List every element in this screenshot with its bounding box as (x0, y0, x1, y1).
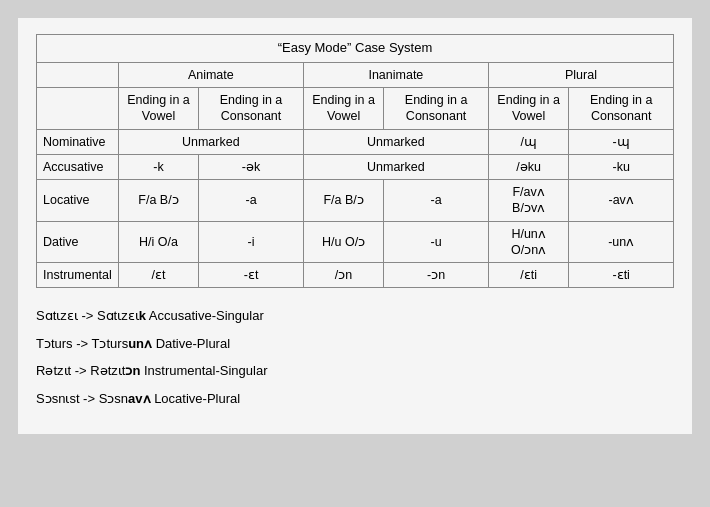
example-1-bold: k (139, 308, 146, 323)
example-line-3: Rətzɩt -> Rətzɩtɔn Instrumental-Singular (36, 361, 674, 381)
table-title: “Easy Mode” Case System (37, 35, 674, 63)
table-row: Dative H/i O/a -i H/u O/ɔ -u H/unʌ O/ɔnʌ… (37, 221, 674, 263)
sub-inanimate-vowel: Ending in a Vowel (303, 88, 383, 130)
sub-empty (37, 88, 119, 130)
example-line-4: Sɔsnɩst -> Sɔsnavʌ Locative-Plural (36, 389, 674, 409)
locative-animate-vowel: F/a B/ɔ (118, 180, 198, 222)
main-container: “Easy Mode” Case System Animate Inanimat… (18, 18, 692, 434)
example-3-before: Rətzɩt -> Rətzɩt (36, 363, 125, 378)
nominative-plural-consonant: -ɰ (569, 129, 674, 154)
locative-plural-consonant: -avʌ (569, 180, 674, 222)
dative-plural-vowel: H/unʌ O/ɔnʌ (488, 221, 568, 263)
example-line-2: Tɔturs -> Tɔtursunʌ Dative-Plural (36, 334, 674, 354)
locative-inanimate-vowel: F/a B/ɔ (303, 180, 383, 222)
case-table: “Easy Mode” Case System Animate Inanimat… (36, 34, 674, 288)
instrumental-animate-vowel: /ɛt (118, 263, 198, 288)
example-4-before: Sɔsnɩst -> Sɔsn (36, 391, 128, 406)
animate-header: Animate (118, 62, 303, 87)
sub-inanimate-consonant: Ending in a Consonant (384, 88, 489, 130)
example-2-before: Tɔturs -> Tɔturs (36, 336, 128, 351)
inanimate-header: Inanimate (303, 62, 488, 87)
example-1-before: Sɑtɩzɛɩ -> Sɑtɩzɛɩ (36, 308, 139, 323)
sub-animate-vowel: Ending in a Vowel (118, 88, 198, 130)
locative-plural-vowel: F/avʌ B/ɔvʌ (488, 180, 568, 222)
table-row: Locative F/a B/ɔ -a F/a B/ɔ -a F/avʌ B/ɔ… (37, 180, 674, 222)
dative-inanimate-consonant: -u (384, 221, 489, 263)
locative-label: Locative (37, 180, 119, 222)
accusative-label: Accusative (37, 154, 119, 179)
table-title-row: “Easy Mode” Case System (37, 35, 674, 63)
example-3-bold: ɔn (125, 363, 140, 378)
accusative-plural-vowel: /əku (488, 154, 568, 179)
instrumental-plural-consonant: -ɛti (569, 263, 674, 288)
sub-plural-consonant: Ending in a Consonant (569, 88, 674, 130)
example-4-bold: avʌ (128, 391, 150, 406)
instrumental-inanimate-vowel: /ɔn (303, 263, 383, 288)
dative-animate-consonant: -i (199, 221, 304, 263)
example-2-bold: unʌ (128, 336, 152, 351)
sub-header-row: Ending in a Vowel Ending in a Consonant … (37, 88, 674, 130)
locative-animate-consonant: -a (199, 180, 304, 222)
table-row: Instrumental /ɛt -ɛt /ɔn -ɔn /ɛti -ɛti (37, 263, 674, 288)
table-row: Nominative Unmarked Unmarked /ɰ -ɰ (37, 129, 674, 154)
sub-animate-consonant: Ending in a Consonant (199, 88, 304, 130)
examples-section: Sɑtɩzɛɩ -> Sɑtɩzɛɩk Accusative-Singular … (36, 306, 674, 408)
accusative-animate-consonant: -ək (199, 154, 304, 179)
example-line-1: Sɑtɩzɛɩ -> Sɑtɩzɛɩk Accusative-Singular (36, 306, 674, 326)
dative-animate-vowel: H/i O/a (118, 221, 198, 263)
accusative-animate-vowel: -k (118, 154, 198, 179)
empty-corner (37, 62, 119, 87)
instrumental-plural-vowel: /ɛti (488, 263, 568, 288)
dative-label: Dative (37, 221, 119, 263)
locative-inanimate-consonant: -a (384, 180, 489, 222)
instrumental-inanimate-consonant: -ɔn (384, 263, 489, 288)
example-3-after: Instrumental-Singular (140, 363, 267, 378)
group-header-row: Animate Inanimate Plural (37, 62, 674, 87)
dative-plural-consonant: -unʌ (569, 221, 674, 263)
instrumental-label: Instrumental (37, 263, 119, 288)
nominative-plural-vowel: /ɰ (488, 129, 568, 154)
table-row: Accusative -k -ək Unmarked /əku -ku (37, 154, 674, 179)
sub-plural-vowel: Ending in a Vowel (488, 88, 568, 130)
nominative-label: Nominative (37, 129, 119, 154)
nominative-animate: Unmarked (118, 129, 303, 154)
accusative-plural-consonant: -ku (569, 154, 674, 179)
example-2-after: Dative-Plural (152, 336, 230, 351)
nominative-inanimate: Unmarked (303, 129, 488, 154)
accusative-inanimate: Unmarked (303, 154, 488, 179)
plural-header: Plural (488, 62, 673, 87)
instrumental-animate-consonant: -ɛt (199, 263, 304, 288)
example-1-after: Accusative-Singular (146, 308, 264, 323)
dative-inanimate-vowel: H/u O/ɔ (303, 221, 383, 263)
example-4-after: Locative-Plural (151, 391, 241, 406)
